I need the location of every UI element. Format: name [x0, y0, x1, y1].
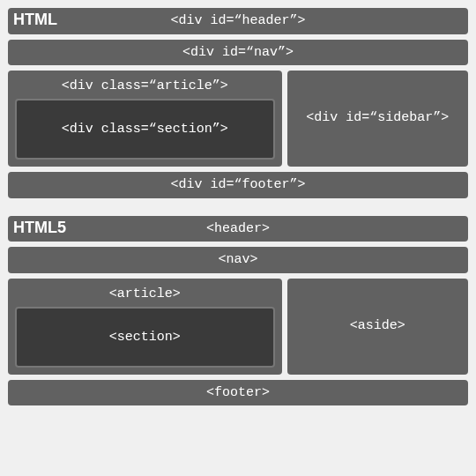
html5-header-label: <header> — [206, 221, 270, 236]
html4-header-block: HTML <div id=“header”> — [8, 8, 468, 34]
html4-article-block: <div class=“article”> <div class=“sectio… — [8, 71, 282, 167]
html4-group: HTML <div id=“header”> <div id=“nav”> <d… — [8, 8, 468, 198]
html5-aside-block: <aside> — [287, 279, 468, 375]
html5-group: HTML5 <header> <nav> <article> <section>… — [8, 216, 468, 406]
html5-article-label: <article> — [15, 284, 275, 307]
html5-aside-label: <aside> — [294, 318, 461, 333]
html5-footer-label: <footer> — [206, 385, 270, 400]
html4-footer-label: <div id=“footer”> — [170, 177, 305, 192]
html5-footer-block: <footer> — [8, 380, 468, 406]
html5-article-block: <article> <section> — [8, 279, 282, 375]
html5-header-block: HTML5 <header> — [8, 216, 468, 242]
html4-nav-block: <div id=“nav”> — [8, 40, 468, 66]
html4-title: HTML — [13, 10, 57, 30]
html5-section-block: <section> — [15, 307, 275, 368]
html5-title: HTML5 — [13, 218, 66, 238]
html5-nav-label: <nav> — [218, 252, 257, 267]
html5-nav-block: <nav> — [8, 247, 468, 273]
html4-sidebar-block: <div id=“sidebar”> — [287, 71, 468, 167]
html4-header-label: <div id=“header”> — [170, 13, 305, 28]
html4-nav-label: <div id=“nav”> — [182, 45, 294, 60]
html4-footer-block: <div id=“footer”> — [8, 172, 468, 198]
html4-section-block: <div class=“section”> — [15, 99, 275, 160]
html5-section-label: <section> — [109, 330, 181, 345]
html5-mid-row: <article> <section> <aside> — [8, 279, 468, 375]
html4-article-label: <div class=“article”> — [15, 76, 275, 99]
html4-mid-row: <div class=“article”> <div class=“sectio… — [8, 71, 468, 167]
html4-section-label: <div class=“section”> — [62, 122, 228, 137]
html4-sidebar-label: <div id=“sidebar”> — [294, 110, 461, 125]
